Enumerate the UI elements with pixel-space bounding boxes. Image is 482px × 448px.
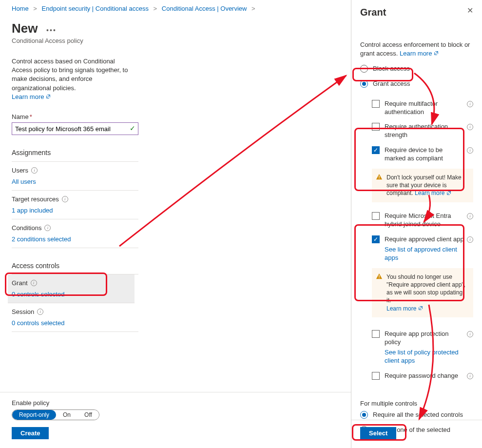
checkbox-icon bbox=[372, 212, 380, 220]
create-button[interactable]: Create bbox=[12, 427, 49, 439]
info-icon[interactable]: i bbox=[62, 196, 68, 202]
chevron-right-icon: > bbox=[33, 5, 37, 12]
radio-icon bbox=[360, 411, 368, 419]
session-block[interactable]: Session i 0 controls selected bbox=[12, 303, 138, 332]
grant-learn-more-link[interactable]: Learn more bbox=[400, 50, 439, 57]
app-protection-link[interactable]: See list of policy protected client apps bbox=[385, 349, 464, 365]
external-link-icon bbox=[446, 190, 451, 197]
page-title: New bbox=[12, 21, 38, 36]
checkbox-icon bbox=[372, 330, 380, 338]
block-access-radio[interactable]: Block access bbox=[360, 65, 473, 73]
chevron-right-icon: > bbox=[251, 5, 255, 12]
info-icon[interactable]: i bbox=[467, 236, 473, 243]
checkbox-icon bbox=[372, 372, 380, 380]
target-resources-value[interactable]: 1 app included bbox=[12, 207, 53, 214]
grant-block[interactable]: Grant i 0 controls selected bbox=[8, 274, 135, 303]
info-icon[interactable]: i bbox=[44, 225, 51, 231]
conditions-value[interactable]: 2 conditions selected bbox=[12, 235, 71, 243]
intro-text: Control access based on Conditional Acce… bbox=[12, 58, 128, 92]
info-icon[interactable]: i bbox=[37, 309, 43, 315]
require-password-change-checkbox[interactable]: Require password change i bbox=[372, 372, 473, 380]
conditions-label: Conditions bbox=[12, 224, 41, 232]
external-link-icon bbox=[46, 93, 51, 101]
require-app-protection-checkbox[interactable]: Require app protection policy See list o… bbox=[372, 330, 473, 365]
compliant-warning-learn-more[interactable]: Learn more bbox=[415, 190, 451, 196]
info-icon[interactable]: i bbox=[31, 280, 37, 286]
radio-icon bbox=[360, 80, 368, 88]
svg-rect-2 bbox=[379, 275, 379, 277]
conditions-block[interactable]: Conditions i 2 conditions selected bbox=[12, 219, 138, 248]
toggle-report-only[interactable]: Report-only bbox=[12, 410, 56, 420]
grant-value[interactable]: 0 controls selected bbox=[12, 291, 64, 298]
require-hybrid-joined-checkbox[interactable]: Require Microsoft Entra hybrid joined de… bbox=[372, 212, 473, 229]
toggle-on[interactable]: On bbox=[56, 410, 77, 420]
learn-more-link[interactable]: Learn more bbox=[12, 93, 51, 100]
access-controls-section-header: Access controls bbox=[12, 262, 138, 270]
breadcrumb-endpoint-security[interactable]: Endpoint security | Conditional access bbox=[42, 5, 149, 12]
svg-rect-1 bbox=[379, 178, 379, 179]
grant-panel-title: Grant bbox=[360, 7, 386, 18]
close-icon[interactable]: ✕ bbox=[467, 7, 473, 15]
check-icon: ✓ bbox=[130, 124, 135, 132]
users-value[interactable]: All users bbox=[12, 178, 36, 185]
chevron-right-icon: > bbox=[154, 5, 157, 12]
info-icon[interactable]: i bbox=[467, 101, 473, 107]
assignments-section-header: Assignments bbox=[12, 149, 138, 162]
checkbox-icon bbox=[372, 146, 380, 154]
external-link-icon bbox=[434, 49, 439, 58]
breadcrumb: Home > Endpoint security | Conditional a… bbox=[12, 5, 351, 12]
approved-client-apps-link[interactable]: See list of approved client apps bbox=[385, 246, 464, 262]
svg-rect-3 bbox=[379, 277, 379, 278]
target-resources-label: Target resources bbox=[12, 195, 59, 203]
name-input[interactable] bbox=[12, 122, 138, 135]
info-icon[interactable]: i bbox=[31, 167, 38, 174]
require-auth-strength-checkbox[interactable]: Require authentication strength i bbox=[372, 123, 473, 139]
breadcrumb-conditional-access[interactable]: Conditional Access | Overview bbox=[162, 5, 247, 12]
svg-rect-0 bbox=[379, 175, 379, 177]
users-label: Users bbox=[12, 167, 28, 174]
checkbox-icon bbox=[372, 235, 380, 243]
name-field-label: Name* bbox=[12, 113, 138, 120]
warning-icon bbox=[376, 174, 383, 180]
grant-access-radio[interactable]: Grant access bbox=[360, 80, 473, 88]
page-subtitle: Conditional Access policy bbox=[12, 37, 351, 44]
approved-app-warning-learn-more[interactable]: Learn more bbox=[386, 305, 423, 312]
require-approved-client-app-checkbox[interactable]: Require approved client app See list of … bbox=[372, 235, 473, 262]
target-resources-block[interactable]: Target resources i 1 app included bbox=[12, 191, 138, 219]
more-menu-icon[interactable]: ••• bbox=[46, 26, 57, 34]
checkbox-icon bbox=[372, 100, 380, 108]
require-compliant-device-checkbox[interactable]: Require device to be marked as compliant… bbox=[372, 146, 473, 163]
multiple-controls-label: For multiple controls bbox=[360, 400, 473, 407]
breadcrumb-home[interactable]: Home bbox=[12, 5, 29, 12]
approved-app-warning: You should no longer use "Require approv… bbox=[372, 268, 473, 318]
radio-icon bbox=[360, 65, 368, 73]
session-value[interactable]: 0 controls selected bbox=[12, 319, 64, 327]
select-button[interactable]: Select bbox=[360, 427, 396, 439]
info-icon[interactable]: i bbox=[467, 373, 473, 379]
checkbox-icon bbox=[372, 123, 380, 131]
grant-label: Grant bbox=[12, 279, 28, 287]
toggle-off[interactable]: Off bbox=[77, 410, 99, 420]
grant-panel: Grant ✕ Control access enforcement to bl… bbox=[351, 0, 482, 448]
require-mfa-checkbox[interactable]: Require multifactor authentication i bbox=[372, 100, 473, 117]
enable-policy-toggle[interactable]: Report-only On Off bbox=[12, 409, 99, 420]
warning-icon bbox=[376, 273, 383, 280]
users-block[interactable]: Users i All users bbox=[12, 162, 138, 191]
enable-policy-label: Enable policy bbox=[12, 399, 339, 407]
session-label: Session bbox=[12, 308, 34, 315]
require-all-controls-radio[interactable]: Require all the selected controls bbox=[360, 411, 473, 419]
compliant-warning: Don't lock yourself out! Make sure that … bbox=[372, 169, 473, 202]
external-link-icon bbox=[418, 305, 423, 312]
